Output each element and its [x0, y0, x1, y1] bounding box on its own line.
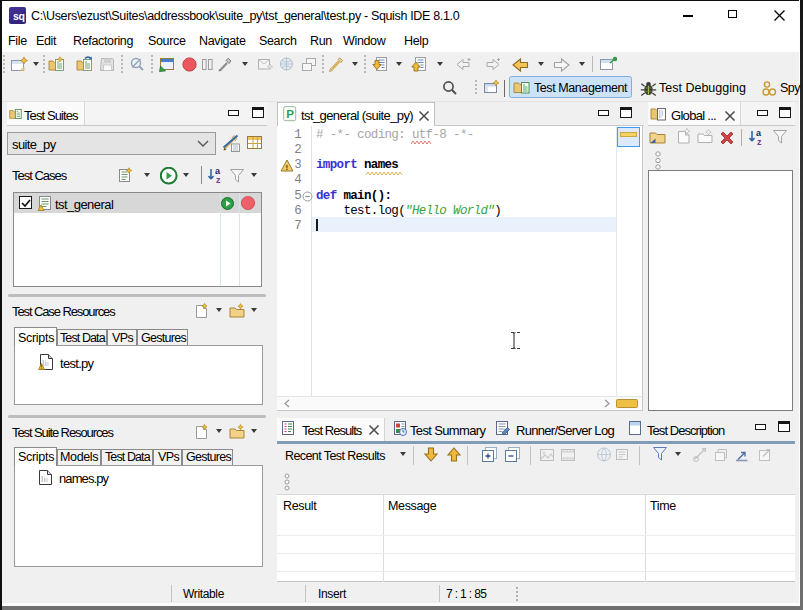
svg-text:z: z: [216, 175, 221, 185]
svg-text:z: z: [757, 137, 762, 147]
svg-text:P: P: [286, 108, 294, 120]
svg-text:!: !: [285, 163, 288, 172]
svg-text:!: !: [40, 364, 42, 370]
